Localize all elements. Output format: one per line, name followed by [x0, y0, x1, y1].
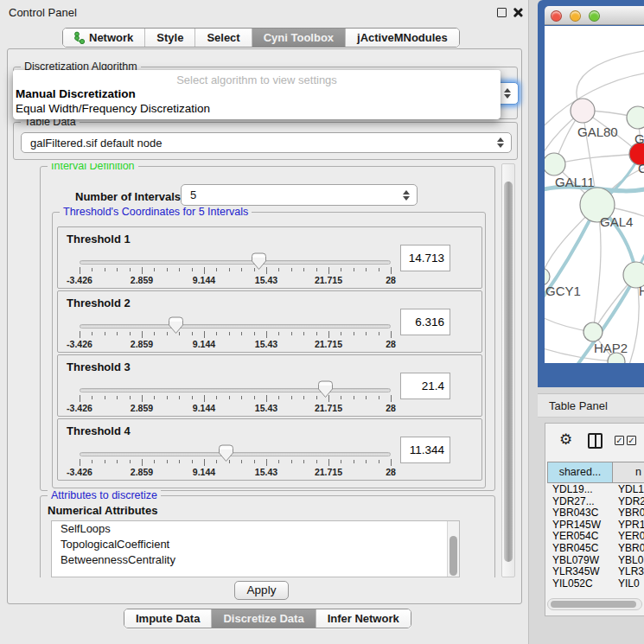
slider-handle[interactable] — [218, 444, 234, 462]
slider-tick — [154, 396, 155, 399]
table-row[interactable]: YIL052CYIL0 — [547, 577, 644, 590]
close-traffic-light-icon[interactable] — [551, 10, 562, 22]
scrollbar-thumb[interactable] — [504, 182, 513, 562]
table-row[interactable]: YDL19...YDL1 — [547, 483, 644, 495]
network-canvas[interactable]: GAL80GACGAL11GAL4GCY1HHAP2 — [545, 26, 644, 363]
slider-tick-label: -3.426 — [67, 275, 92, 285]
table-row[interactable]: YBR045CYBR0 — [547, 542, 644, 554]
table-row[interactable]: YER054CYER0 — [547, 530, 644, 542]
slider-tick — [142, 395, 143, 402]
settings-vertical-scrollbar[interactable] — [501, 163, 515, 577]
columns-icon[interactable] — [588, 433, 603, 449]
slider-tick — [154, 268, 155, 271]
tab-discretize-data[interactable]: Discretize Data — [212, 609, 316, 628]
threshold-label: Threshold 4 — [67, 424, 131, 437]
slider-handle[interactable] — [251, 252, 267, 271]
slider-handle[interactable] — [317, 380, 334, 399]
minimize-traffic-light-icon[interactable] — [570, 10, 581, 22]
slider-tick-label: -3.426 — [67, 467, 92, 477]
slider-tick — [316, 460, 317, 463]
slider-tick — [105, 396, 105, 399]
tab-select[interactable]: Select — [195, 29, 252, 47]
threshold-value-field[interactable]: 21.4 — [400, 373, 450, 399]
slider-tick — [278, 396, 279, 399]
network-node[interactable] — [627, 106, 644, 129]
table-row[interactable]: YPR145WYPR1 — [547, 519, 644, 531]
algorithm-option-manual-discretization[interactable]: Manual Discretization — [13, 86, 501, 101]
threshold-slider[interactable]: -3.4262.8599.14415.4321.71528 — [80, 324, 391, 350]
interval-definition-group-title: Interval Definition — [48, 163, 138, 172]
threshold-value-field[interactable]: 14.713 — [400, 245, 450, 271]
scrollbar-thumb[interactable] — [551, 601, 636, 608]
number-of-intervals-combobox[interactable]: 5 — [181, 184, 418, 206]
checkbox-icon[interactable]: ✓ — [627, 436, 636, 445]
slider-tick — [130, 332, 131, 335]
slider-track[interactable] — [80, 388, 391, 392]
slider-tick — [241, 460, 242, 463]
table-row[interactable]: YDR27...YDR2 — [547, 495, 644, 507]
threshold-label: Threshold 2 — [67, 296, 131, 309]
threshold-slider[interactable]: -3.4262.8599.14415.4321.71528 — [80, 260, 391, 286]
slider-handle[interactable] — [168, 316, 184, 335]
slider-tick-label: 9.144 — [193, 403, 215, 413]
network-node[interactable] — [583, 322, 603, 341]
threshold-slider[interactable]: -3.4262.8599.14415.4321.71528 — [80, 452, 391, 478]
slider-tick — [192, 396, 193, 399]
tab-cyni-toolbox[interactable]: Cyni Toolbox — [252, 29, 346, 47]
numerical-attributes-list[interactable]: SelfLoopsTopologicalCoefficientBetweenne… — [51, 520, 460, 577]
table-row[interactable]: YLR345WYLR3 — [547, 565, 644, 577]
tab-jactivemnodules[interactable]: jActiveMNodules — [346, 29, 459, 47]
close-icon[interactable] — [513, 8, 522, 17]
threshold-panel: Threshold 2 -3.4262.8599.14415.4321.7152… — [57, 290, 482, 353]
algorithm-option-equal-width-frequency-discretization[interactable]: Equal Width/Frequency Discretization — [13, 101, 501, 116]
slider-track[interactable] — [80, 452, 391, 456]
slider-tick — [254, 460, 255, 463]
cyni-toolbox-panel: Discretization Algorithm Select algorith… — [7, 48, 522, 604]
slider-tick-label: 15.43 — [255, 275, 277, 285]
control-panel-titlebar: Control Panel — [0, 0, 528, 24]
slider-tick — [142, 459, 143, 466]
slider-track[interactable] — [80, 260, 391, 265]
table-column-header-n[interactable]: n — [613, 462, 644, 483]
table-data-combobox[interactable]: galFiltered.sif default node — [21, 132, 512, 153]
scrollbar-thumb[interactable] — [450, 536, 457, 576]
attribute-item-selfloops[interactable]: SelfLoops — [52, 521, 459, 537]
table-row[interactable]: YBR043CYBR0 — [547, 507, 644, 519]
thresholds-container: Threshold 1 -3.4262.8599.14415.4321.7152… — [53, 225, 485, 481]
network-node[interactable] — [571, 99, 595, 123]
gear-icon[interactable]: ⚙ — [559, 430, 572, 448]
table-cell: YER054C — [547, 530, 613, 542]
slider-tick — [80, 331, 80, 338]
tab-style[interactable]: Style — [145, 29, 195, 47]
slider-tick — [366, 332, 367, 335]
network-node[interactable] — [545, 153, 565, 175]
threshold-value-field[interactable]: 11.344 — [400, 437, 450, 463]
network-edge[interactable] — [554, 154, 641, 164]
table-cell: YBR043C — [547, 507, 613, 519]
number-of-intervals-label: Number of Intervals — [75, 190, 181, 203]
table-panel-titlebar: Table Panel — [538, 393, 644, 418]
table-row[interactable]: YBL079WYBL0 — [547, 554, 644, 566]
checkbox-icon[interactable]: ✓ — [615, 436, 624, 445]
tab-infer-network[interactable]: Infer Network — [316, 609, 411, 628]
network-node[interactable] — [545, 268, 550, 285]
float-window-icon[interactable] — [497, 8, 507, 17]
slider-track[interactable] — [80, 324, 391, 328]
threshold-value-field[interactable]: 6.316 — [400, 309, 450, 335]
attribute-item-betweennesscentrality[interactable]: BetweennessCentrality — [52, 552, 459, 568]
tab-impute-data[interactable]: Impute Data — [124, 609, 212, 628]
attribute-item-topologicalcoefficient[interactable]: TopologicalCoefficient — [52, 537, 459, 552]
tab-network[interactable]: Network — [63, 29, 145, 47]
apply-button[interactable]: Apply — [234, 581, 289, 600]
slider-tick — [303, 268, 304, 271]
attributes-list-scrollbar[interactable] — [447, 521, 459, 577]
table-horizontal-scrollbar[interactable] — [547, 598, 642, 610]
slider-tick-label: -3.426 — [67, 339, 92, 349]
slider-tick — [92, 332, 92, 335]
slider-tick-label: 28 — [386, 467, 396, 477]
slider-tick — [80, 459, 80, 466]
table-column-header-shared-[interactable]: shared... — [547, 462, 613, 483]
network-node-label: GAL4 — [600, 214, 633, 229]
zoom-traffic-light-icon[interactable] — [589, 10, 600, 22]
threshold-slider[interactable]: -3.4262.8599.14415.4321.71528 — [80, 388, 391, 414]
